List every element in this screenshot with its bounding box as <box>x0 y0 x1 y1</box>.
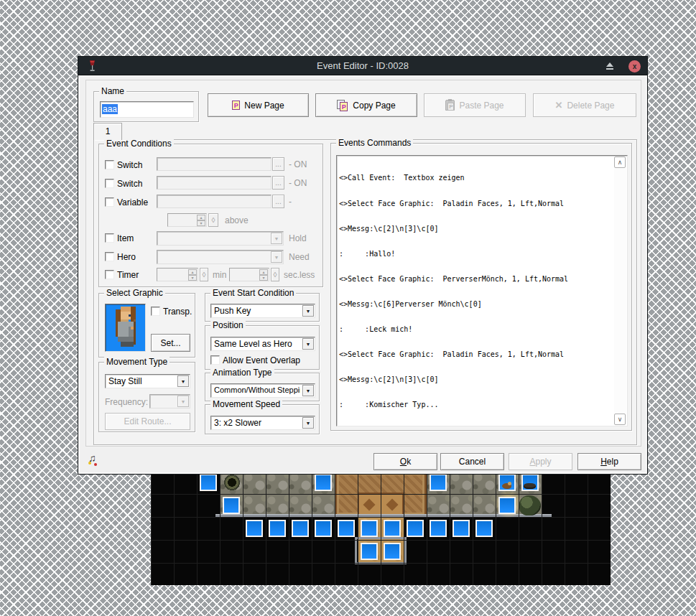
switch1-field <box>157 157 272 171</box>
movement-type-label: Movement Type <box>104 357 170 367</box>
map-event-square[interactable] <box>430 520 447 537</box>
variable-suffix: - <box>289 197 292 207</box>
map-event-square[interactable] <box>384 543 401 560</box>
delete-page-button: ✕ Delete Page <box>533 93 636 117</box>
commands-scrollbar[interactable]: ∧ ∨ <box>614 157 626 425</box>
events-commands-list[interactable]: <>Call Event: Textbox zeigen <>Select Fa… <box>336 155 628 426</box>
new-page-label: New Page <box>244 101 284 111</box>
map-event-square[interactable] <box>315 520 332 537</box>
scroll-up-icon[interactable]: ∧ <box>614 157 626 168</box>
hero-label: Hero <box>117 252 136 262</box>
variable-field <box>157 195 272 208</box>
switch1-label: Switch <box>117 160 142 170</box>
timer-label: Timer <box>117 270 139 280</box>
name-input-value: aaa <box>102 104 118 114</box>
map-event-square[interactable] <box>498 474 516 491</box>
event-start-condition-label: Event Start Condition <box>210 288 296 298</box>
event-conditions-group: Event Conditions Switch ... - ON Switch … <box>98 144 323 287</box>
switch1-browse-button: ... <box>272 157 284 171</box>
event-conditions-label: Event Conditions <box>104 139 174 149</box>
close-icon[interactable]: x <box>628 60 641 73</box>
ok-button[interactable]: Ok <box>373 453 437 470</box>
map-event-square[interactable] <box>269 520 286 537</box>
map-event-square[interactable] <box>430 474 447 491</box>
map-event-square[interactable] <box>361 543 378 560</box>
map-event-square[interactable] <box>361 520 378 537</box>
delete-page-label: Delete Page <box>567 101 614 111</box>
map-sprite-rock <box>524 483 536 489</box>
map-event-square[interactable] <box>407 520 424 537</box>
movement-type-group: Movement Type Stay Still ▼ Frequency: ▼ … <box>98 362 195 432</box>
combo-arrow-icon: ▼ <box>302 385 314 396</box>
delete-page-icon: ✕ <box>555 100 563 111</box>
combo-arrow-icon: ▼ <box>177 396 189 407</box>
map-event-square[interactable] <box>453 520 470 537</box>
switch2-label: Switch <box>117 179 142 189</box>
movement-speed-group: Movement Speed 3: x2 Slower ▼ <box>205 404 320 434</box>
help-button[interactable]: Help <box>577 453 641 470</box>
combo-arrow-icon: ▼ <box>302 338 314 350</box>
titlebar[interactable]: Event Editor - ID:0028 x <box>78 57 647 75</box>
eject-triangle-icon[interactable] <box>605 62 614 70</box>
variable-browse-button: ... <box>272 195 284 208</box>
timer-min-spinner: ▴▾ <box>157 268 198 281</box>
frequency-combo: ▼ <box>149 394 190 409</box>
event-start-condition-combo[interactable]: Push Key ▼ <box>210 304 315 318</box>
switch1-checkbox[interactable] <box>105 160 114 169</box>
name-input[interactable]: aaa <box>100 101 194 118</box>
item-label: Item <box>117 233 134 243</box>
map-event-square[interactable] <box>246 520 263 537</box>
movement-speed-combo[interactable]: 3: x2 Slower ▼ <box>210 416 315 430</box>
combo-arrow-icon: ▼ <box>271 251 282 263</box>
animation-type-combo[interactable]: Common/Without Stepping ▼ <box>210 383 315 398</box>
monk-sprite <box>108 307 144 350</box>
switch2-field <box>157 176 272 190</box>
map-event-square[interactable] <box>338 520 355 537</box>
switch1-suffix: - ON <box>289 159 307 169</box>
frequency-label: Frequency: <box>105 397 148 407</box>
map-sprite-bird <box>502 483 511 489</box>
transparent-checkbox[interactable] <box>151 307 160 316</box>
timer-checkbox[interactable] <box>105 270 114 279</box>
set-graphic-button[interactable]: Set... <box>151 334 190 352</box>
spin-up-icon: ▴ <box>197 215 205 220</box>
select-graphic-group: Select Graphic <box>98 293 195 358</box>
copy-page-icon: P <box>337 100 348 111</box>
scroll-down-icon[interactable]: ∨ <box>614 414 626 425</box>
movement-type-combo[interactable]: Stay Still ▼ <box>105 374 190 388</box>
combo-arrow-icon: ▼ <box>177 375 189 387</box>
apply-button: Apply <box>509 453 572 470</box>
transparent-label: Transp. <box>163 307 192 317</box>
graphic-preview[interactable] <box>105 304 146 352</box>
copy-page-button[interactable]: P Copy Page <box>315 93 417 117</box>
timer-min-diamond-button: ◊ <box>200 268 208 281</box>
cancel-button[interactable]: Cancel <box>440 453 504 470</box>
timer-sec-spinner: ▴▾ <box>229 268 269 281</box>
variable-checkbox[interactable] <box>105 197 114 207</box>
map-event-square[interactable] <box>475 520 493 537</box>
timer-min-label: min <box>213 270 226 280</box>
timer-sec-diamond-button: ◊ <box>271 268 279 281</box>
name-group-label: Name <box>99 86 126 96</box>
map-event-square[interactable] <box>200 474 217 491</box>
animation-type-group: Animation Type Common/Without Stepping ▼ <box>205 373 320 401</box>
hero-checkbox[interactable] <box>105 252 114 261</box>
new-page-button[interactable]: P New Page <box>208 93 309 117</box>
name-group: Name aaa <box>93 91 199 122</box>
tab-page-1[interactable]: 1 <box>93 123 122 140</box>
spin-down-icon: ▾ <box>197 220 205 226</box>
paste-page-label: Paste Page <box>459 101 504 111</box>
map-event-square[interactable] <box>315 474 332 491</box>
map-event-square[interactable] <box>292 520 309 537</box>
switch2-suffix: - ON <box>289 178 307 188</box>
switch2-checkbox[interactable] <box>105 179 114 188</box>
map-event-square[interactable] <box>498 497 516 514</box>
map-event-square[interactable] <box>223 497 240 514</box>
map-event-square[interactable] <box>521 474 539 491</box>
allow-overlap-checkbox[interactable] <box>210 355 220 365</box>
map-view[interactable] <box>151 471 611 585</box>
map-event-square[interactable] <box>384 520 401 537</box>
position-combo[interactable]: Same Level as Hero ▼ <box>210 337 315 351</box>
hero-suffix: Need <box>289 252 310 262</box>
item-checkbox[interactable] <box>105 233 114 243</box>
